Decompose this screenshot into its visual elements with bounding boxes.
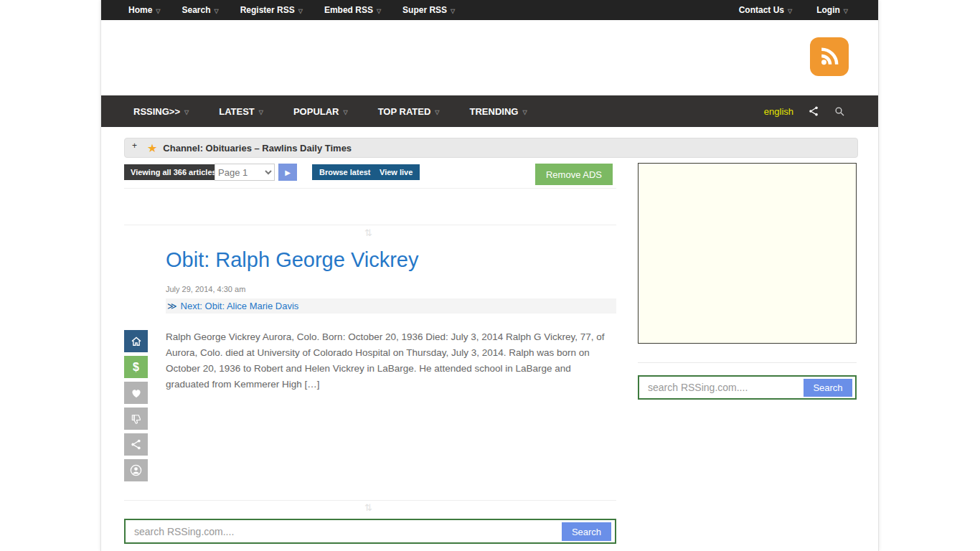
viewing-count-badge: Viewing all 366 articles	[124, 164, 223, 180]
topbar-item-label: Register RSS	[240, 5, 295, 15]
search-button[interactable]: Search	[804, 379, 852, 397]
chevron-down-icon: ▽	[522, 109, 527, 116]
advertisement-placeholder	[638, 163, 857, 344]
chevron-down-icon: ▽	[377, 8, 381, 14]
nav-item-rssing[interactable]: RSSING>> ▽	[133, 106, 189, 117]
topbar-item-home[interactable]: Home ▽	[128, 5, 161, 15]
chevron-down-icon: ▽	[215, 8, 219, 14]
topbar-item-label: Search	[182, 5, 211, 15]
navbar-right: english	[764, 105, 878, 117]
nav-item-label: TOP RATED	[378, 106, 431, 117]
topbar-item-login[interactable]: Login ▽	[816, 5, 848, 15]
page-select[interactable]: Page 1	[215, 164, 275, 181]
topbar-item-label: Home	[128, 5, 152, 15]
dollar-icon[interactable]: $	[124, 356, 148, 378]
channel-title: Channel: Obituaries – Rawlins Daily Time…	[163, 143, 352, 154]
topbar-item-embed-rss[interactable]: Embed RSS ▽	[324, 5, 381, 15]
topbar-left-menu: Home ▽ Search ▽ Register RSS ▽ Embed RSS…	[101, 5, 455, 15]
topbar-item-super-rss[interactable]: Super RSS ▽	[402, 5, 455, 15]
nav-item-label: LATEST	[219, 106, 255, 117]
chevron-down-icon: ▽	[298, 8, 303, 14]
topbar-item-contact-us[interactable]: Contact Us ▽	[739, 5, 793, 15]
nav-item-latest[interactable]: LATEST ▽	[219, 106, 263, 117]
star-favorite-icon[interactable]: ★	[147, 141, 157, 155]
topbar-item-label: Login	[816, 5, 840, 15]
topbar-item-register-rss[interactable]: Register RSS ▽	[240, 5, 303, 15]
user-profile-icon[interactable]	[124, 459, 148, 481]
nav-item-popular[interactable]: POPULAR ▽	[293, 106, 348, 117]
topbar-item-search[interactable]: Search ▽	[182, 5, 219, 15]
next-article-link[interactable]: Next: Obit: Alice Marie Davis	[181, 301, 299, 311]
double-arrow-icon: ≫	[167, 301, 177, 311]
bottom-search-box: Search	[124, 519, 616, 544]
next-page-button[interactable]: ▶	[278, 164, 297, 181]
chevron-down-icon: ▽	[788, 8, 792, 14]
channel-bar: + ★ Channel: Obituaries – Rawlins Daily …	[124, 138, 858, 158]
nav-item-label: RSSING>>	[133, 106, 180, 117]
divider	[124, 500, 616, 501]
article-action-rail: $	[124, 330, 148, 481]
chevron-down-icon: ▽	[844, 8, 848, 14]
heart-like-icon[interactable]	[124, 382, 148, 404]
article-body: Ralph George Vickrey Aurora, Colo. Born:…	[166, 329, 613, 392]
topbar-item-label: Super RSS	[402, 5, 447, 15]
article-date: July 29, 2014, 4:30 am	[166, 285, 245, 293]
next-article-row: ≫ Next: Obit: Alice Marie Davis	[166, 298, 616, 314]
search-icon[interactable]	[834, 105, 845, 117]
expand-toggle[interactable]: +	[132, 141, 137, 151]
nav-item-trending[interactable]: TRENDING ▽	[470, 106, 527, 117]
thumbs-down-icon[interactable]	[124, 408, 148, 430]
navbar-menu: RSSING>> ▽ LATEST ▽ POPULAR ▽ TOP RATED …	[101, 106, 527, 117]
top-utility-bar: Home ▽ Search ▽ Register RSS ▽ Embed RSS…	[101, 0, 878, 20]
article-title[interactable]: Obit: Ralph George Vickrey	[166, 248, 418, 272]
topbar-item-label: Contact Us	[739, 5, 784, 15]
page: Home ▽ Search ▽ Register RSS ▽ Embed RSS…	[0, 0, 980, 551]
main-navbar: RSSING>> ▽ LATEST ▽ POPULAR ▽ TOP RATED …	[101, 95, 878, 127]
main-column: Home ▽ Search ▽ Register RSS ▽ Embed RSS…	[100, 0, 879, 551]
drag-handle-icon: ⇅	[364, 227, 372, 238]
drag-handle-icon: ⇅	[364, 502, 372, 513]
topbar-item-label: Embed RSS	[324, 5, 373, 15]
share-icon[interactable]	[808, 105, 819, 117]
rss-feed-icon[interactable]	[810, 37, 849, 76]
sidebar-search-box: Search	[638, 375, 857, 400]
chevron-down-icon: ▽	[435, 109, 439, 116]
chevron-down-icon: ▽	[344, 109, 348, 116]
divider	[124, 225, 616, 225]
chevron-down-icon: ▽	[451, 8, 455, 14]
remove-ads-button[interactable]: Remove ADS	[535, 164, 613, 185]
browse-latest-button[interactable]: Browse latest	[312, 164, 378, 180]
nav-item-label: POPULAR	[293, 106, 339, 117]
language-selector[interactable]: english	[764, 106, 793, 117]
chevron-down-icon: ▽	[259, 109, 263, 116]
nav-item-label: TRENDING	[470, 106, 519, 117]
chevron-down-icon: ▽	[156, 8, 160, 14]
divider	[638, 362, 857, 363]
divider	[124, 188, 616, 189]
search-button[interactable]: Search	[562, 522, 611, 541]
chevron-down-icon: ▽	[184, 109, 189, 116]
search-input[interactable]	[126, 520, 615, 542]
topbar-right-menu: Contact Us ▽ Login ▽	[739, 5, 878, 15]
site-header	[101, 20, 878, 95]
home-icon[interactable]	[124, 330, 148, 352]
nav-item-top-rated[interactable]: TOP RATED ▽	[378, 106, 440, 117]
view-live-button[interactable]: View live	[372, 164, 420, 180]
share-icon[interactable]	[124, 433, 148, 456]
